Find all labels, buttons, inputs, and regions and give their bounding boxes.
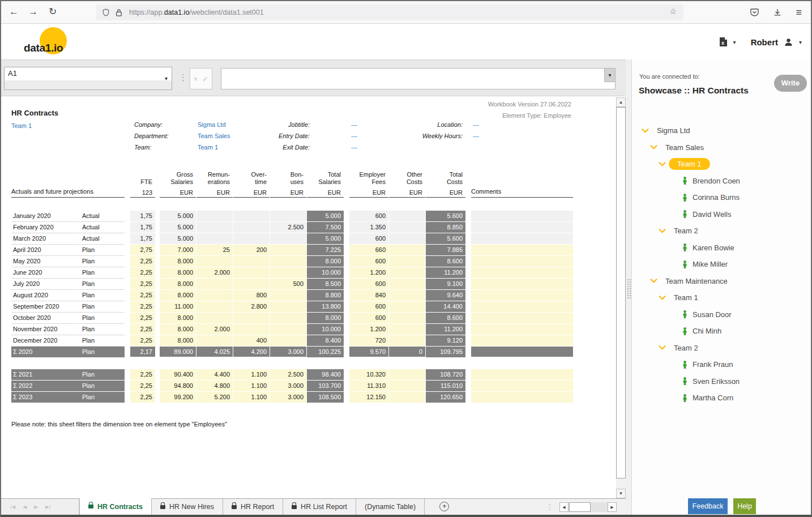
horizontal-scrollbar[interactable]: ◀ ▶ [559, 502, 617, 512]
chevron-down-icon[interactable] [659, 162, 666, 166]
cell-remun[interactable]: 4.800 [196, 381, 233, 391]
cell-month[interactable]: May 2020 [11, 256, 74, 267]
cell-type[interactable]: Plan [75, 245, 125, 256]
tree-item-team-1[interactable]: Team 1 [632, 289, 812, 306]
cell-total_costs[interactable]: 8.600 [426, 256, 465, 267]
cancel-entry-button[interactable]: × [194, 75, 198, 83]
cell-type[interactable]: Plan [75, 381, 125, 392]
cell-other_costs[interactable] [389, 233, 425, 244]
cell-comment[interactable] [471, 301, 573, 312]
user-menu-caret-icon[interactable]: ▾ [799, 39, 802, 45]
cell-employer_fees[interactable]: 660 [349, 245, 388, 255]
cell-total_costs[interactable]: 9.120 [426, 335, 465, 346]
cell-gross[interactable]: 11.000 [160, 301, 196, 312]
cell-overtime[interactable]: 1.100 [233, 381, 270, 391]
cell-total_salaries[interactable]: 8.400 [307, 335, 344, 346]
cell-remun[interactable]: 4.400 [196, 369, 233, 380]
team-link[interactable]: Team 1 [11, 122, 32, 129]
cell-bonuses[interactable]: 2.500 [270, 369, 306, 380]
cell-type[interactable]: Plan [75, 335, 125, 347]
cell-fte[interactable]: 2,25 [130, 290, 155, 301]
cell-month[interactable]: November 2020 [11, 324, 74, 335]
cell-employer_fees[interactable]: 600 [349, 313, 388, 323]
cell-comment[interactable] [471, 369, 573, 380]
cell-total_costs[interactable]: 9.100 [426, 279, 465, 289]
cell-comment[interactable] [471, 256, 573, 267]
cell-total_costs[interactable]: 109.795 [426, 347, 465, 357]
scroll-right-button[interactable]: ▶ [608, 502, 617, 512]
last-sheet-button[interactable]: ▶| [45, 504, 50, 510]
cell-total_costs[interactable]: 8.850 [426, 222, 465, 233]
cell-month[interactable]: August 2020 [11, 290, 74, 301]
cell-bonuses[interactable]: 3.000 [270, 381, 306, 391]
cell-overtime[interactable]: 1.100 [233, 392, 270, 403]
cell-remun[interactable] [196, 313, 233, 323]
pocket-icon[interactable] [750, 8, 759, 17]
cell-gross[interactable]: 94.800 [160, 381, 196, 391]
hamburger-menu-icon[interactable]: ≡ [796, 7, 802, 19]
cell-remun[interactable]: 4.025 [196, 347, 233, 357]
vertical-scrollbar[interactable]: ▲ ▼ [616, 97, 626, 498]
tree-item-frank-praun[interactable]: Frank Praun [632, 356, 812, 373]
cell-total_salaries[interactable]: 5.000 [307, 211, 344, 221]
cell-total_costs[interactable]: 14.400 [426, 301, 465, 312]
cell-overtime[interactable]: 200 [233, 245, 270, 255]
cell-bonuses[interactable] [270, 301, 306, 312]
tab-hr-new-hires[interactable]: HR New Hires [152, 499, 223, 515]
cell-month[interactable]: Σ 2022 [11, 381, 75, 392]
cell-other_costs[interactable] [389, 313, 425, 323]
cell-type[interactable]: Plan [75, 256, 125, 267]
cell-bonuses[interactable] [270, 324, 306, 335]
cell-bonuses[interactable]: 2.500 [270, 222, 306, 233]
cell-type[interactable]: Plan [75, 392, 125, 403]
cell-month[interactable]: October 2020 [11, 313, 74, 324]
cell-fte[interactable]: 2,25 [130, 313, 155, 323]
cell-comment[interactable] [471, 313, 573, 323]
cell-overtime[interactable] [233, 256, 270, 267]
cell-month[interactable]: January 2020 [11, 211, 74, 222]
cell-remun[interactable] [196, 233, 233, 244]
cell-month[interactable]: September 2020 [11, 301, 74, 313]
tree-item-team-2[interactable]: Team 2 [632, 223, 812, 240]
chevron-down-icon[interactable] [642, 129, 649, 133]
lock-icon[interactable] [116, 8, 122, 17]
cell-type[interactable]: Plan [75, 290, 125, 301]
app-logo[interactable]: data1.io [24, 26, 78, 58]
tree-item-karen-bowie[interactable]: Karen Bowie [632, 240, 812, 257]
cell-type[interactable]: Actual [75, 222, 125, 233]
cell-total_salaries[interactable]: 8.000 [307, 256, 344, 267]
cell-comment[interactable] [471, 392, 573, 403]
cell-gross[interactable]: 99.200 [160, 392, 196, 403]
tree-item-team-sales[interactable]: Team Sales [632, 139, 812, 156]
help-button[interactable]: Help [733, 498, 756, 514]
cell-employer_fees[interactable]: 600 [349, 279, 388, 289]
cell-comment[interactable] [471, 245, 573, 255]
tree-item-team-maintenance[interactable]: Team Maintenance [632, 273, 812, 290]
cell-other_costs[interactable] [389, 324, 425, 335]
cell-other_costs[interactable] [389, 211, 425, 221]
tab--dynamic-table-[interactable]: (Dynamic Table) [356, 499, 425, 515]
tree-item-corinna-burns[interactable]: Corinna Burns [632, 189, 812, 206]
tree-item-mike-miller[interactable]: Mike Miller [632, 256, 812, 273]
cell-other_costs[interactable] [389, 222, 425, 233]
cell-employer_fees[interactable]: 9.570 [349, 347, 388, 357]
cell-other_costs[interactable] [389, 301, 425, 312]
cell-type[interactable]: Plan [75, 301, 125, 313]
download-icon[interactable] [773, 8, 782, 17]
cell-comment[interactable] [471, 267, 573, 278]
chevron-down-icon[interactable] [650, 145, 657, 149]
cell-fte[interactable]: 1,75 [130, 222, 155, 233]
cell-type[interactable]: Actual [75, 211, 125, 222]
cell-total_salaries[interactable]: 8.800 [307, 290, 344, 301]
cell-month[interactable]: July 2020 [11, 279, 74, 290]
cell-total_costs[interactable]: 8.600 [426, 313, 465, 323]
cell-other_costs[interactable] [389, 335, 425, 346]
cell-fte[interactable]: 2,25 [130, 392, 155, 403]
add-sheet-button[interactable]: + [439, 502, 449, 511]
cell-remun[interactable]: 5.200 [196, 392, 233, 403]
cell-month[interactable]: April 2020 [11, 245, 74, 256]
cell-total_costs[interactable]: 7.885 [426, 245, 465, 255]
cell-type[interactable]: Plan [75, 347, 125, 358]
cell-gross[interactable]: 8.000 [160, 279, 196, 289]
cell-fte[interactable]: 2,25 [130, 324, 155, 335]
